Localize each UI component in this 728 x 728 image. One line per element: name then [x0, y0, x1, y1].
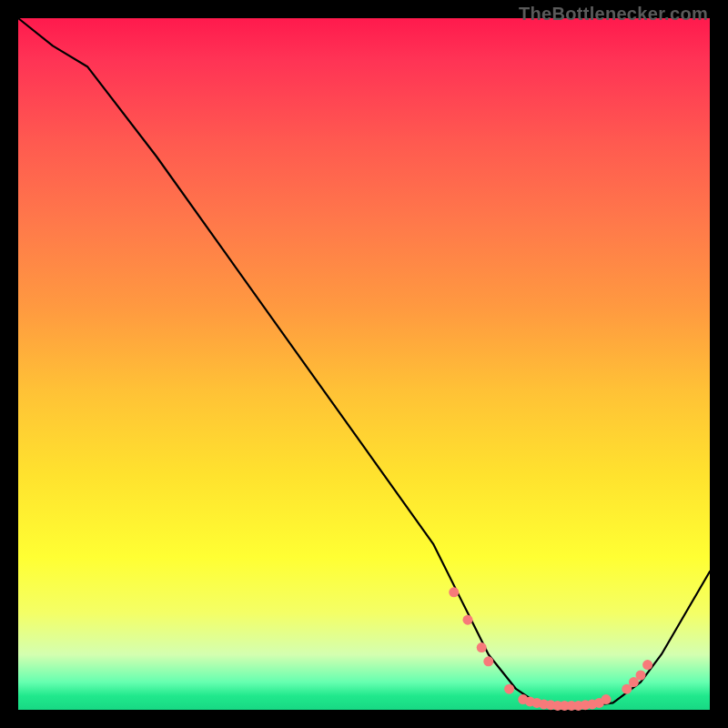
marker-dot — [602, 694, 612, 704]
attribution-label: TheBottlenecker.com — [519, 4, 708, 25]
marker-dot — [504, 684, 514, 694]
bottleneck-curve — [18, 18, 710, 706]
marker-group — [449, 587, 652, 711]
plot-area — [18, 18, 710, 710]
marker-dot — [642, 660, 652, 670]
marker-dot — [477, 642, 487, 652]
marker-dot — [483, 656, 493, 666]
marker-dot — [449, 587, 459, 597]
marker-dot — [636, 671, 646, 681]
marker-dot — [463, 615, 473, 625]
chart-svg — [18, 18, 710, 710]
chart-frame: TheBottlenecker.com — [0, 0, 728, 728]
